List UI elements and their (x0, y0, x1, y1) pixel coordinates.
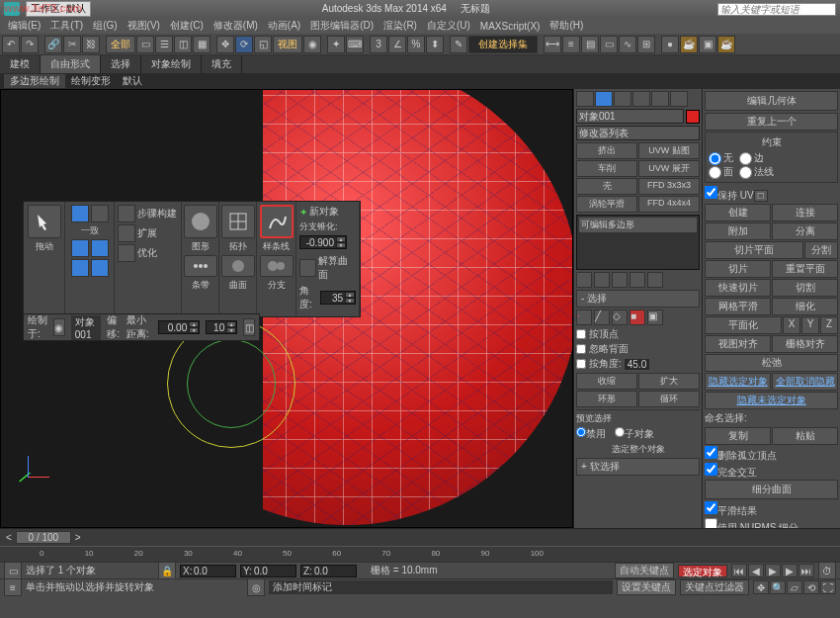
menu-graph[interactable]: 图形编辑器(D) (306, 19, 378, 33)
delete-iso-check[interactable] (705, 446, 717, 459)
script-listener-button[interactable]: ▭ (4, 562, 22, 579)
collapse-button[interactable]: 连接 (772, 204, 838, 221)
curve-editor-button[interactable]: ∿ (619, 36, 636, 53)
angle-spinner[interactable]: ▲▼ (320, 291, 356, 305)
subobj-edge[interactable]: ╱ (594, 309, 610, 325)
create-button[interactable]: 创建 (705, 204, 771, 221)
solve-surface-button[interactable] (299, 259, 316, 277)
tab-freeform[interactable]: 自由形式 (41, 55, 101, 73)
surface-button[interactable] (221, 255, 255, 277)
select-name-button[interactable]: ☰ (155, 36, 173, 53)
conform-btn-1[interactable] (71, 205, 89, 222)
offset-spinner[interactable]: ▲▼ (158, 320, 200, 334)
cut-button[interactable]: 切割 (772, 279, 838, 297)
modifier-stack[interactable]: 可编辑多边形 (576, 215, 700, 270)
paste-sel-button[interactable]: 粘贴 (772, 427, 838, 445)
key-filters-button[interactable]: 关键点过滤器 (680, 579, 749, 595)
move-button[interactable]: ✥ (216, 36, 234, 53)
modifier-list-dropdown[interactable]: 修改器列表 (576, 126, 700, 140)
extend-button[interactable] (118, 224, 135, 242)
menu-help[interactable]: 帮助(H) (546, 19, 587, 33)
menu-modifiers[interactable]: 修改器(M) (210, 19, 262, 33)
topology-button[interactable] (221, 205, 255, 238)
time-slider-bar[interactable]: < 0 / 100 > (0, 528, 840, 546)
preview-sub-radio[interactable] (615, 427, 625, 437)
scale-button[interactable]: ◱ (254, 36, 272, 53)
set-key-button[interactable]: 设置关键点 (617, 579, 676, 595)
mod-extrude[interactable]: 挤出 (576, 142, 637, 159)
ribbon-toggle-button[interactable]: ▭ (600, 36, 618, 53)
rotate-button[interactable]: ⟳ (235, 36, 253, 53)
help-search-input[interactable] (717, 3, 836, 16)
viewport[interactable]: 拖动 一致 步骤构建 扩展 优化 图形 条带 拓扑 (0, 89, 573, 528)
splines-button[interactable] (260, 205, 294, 238)
maxscript-button[interactable]: ≡ (4, 578, 22, 596)
goto-start-button[interactable]: ⏮ (731, 564, 747, 577)
unhide-all-button[interactable]: 全部取消隐藏 (772, 373, 838, 391)
grow-button[interactable]: 扩大 (638, 373, 700, 390)
nav-pan-button[interactable]: ✥ (753, 580, 769, 594)
copy-sel-button[interactable]: 复制 (705, 427, 771, 445)
object-name-field[interactable]: 对象001 (576, 109, 684, 124)
mindist-spinner[interactable]: ▲▼ (206, 320, 237, 334)
object-color-swatch[interactable] (686, 110, 700, 124)
time-slider-handle[interactable]: 0 / 100 (16, 531, 71, 544)
nav-fov-button[interactable]: ▱ (787, 580, 802, 594)
subobj-element[interactable]: ▣ (647, 309, 663, 325)
next-frame-button[interactable]: ▶ (782, 564, 798, 577)
optimize-button[interactable] (118, 244, 135, 262)
tab-object-paint[interactable]: 对象绘制 (141, 55, 202, 73)
ring-button[interactable]: 环形 (576, 391, 637, 407)
select-button[interactable]: ▭ (136, 36, 154, 53)
split-button[interactable]: 分割 (804, 241, 838, 259)
menu-group[interactable]: 组(G) (89, 19, 121, 33)
render-setup-button[interactable]: ☕ (680, 36, 698, 53)
full-interactive-check[interactable] (705, 463, 717, 476)
conform-btn-4[interactable] (91, 239, 109, 257)
timeline-ruler[interactable]: 0102030405060708090100 (0, 546, 840, 562)
mod-turbosmooth[interactable]: 涡轮平滑 (576, 196, 637, 213)
isolate-button[interactable]: ◎ (247, 578, 265, 596)
relax-button[interactable]: 松弛 (705, 354, 838, 372)
time-config-button[interactable]: ⏱ (818, 562, 836, 579)
subobj-poly[interactable]: ■ (630, 309, 645, 325)
planar-x[interactable]: X (783, 316, 800, 334)
mod-ffd3[interactable]: FFD 3x3x3 (638, 178, 700, 195)
nav-zoom-button[interactable]: 🔍 (770, 580, 786, 594)
stack-unique-button[interactable] (612, 272, 628, 288)
stack-remove-button[interactable] (630, 272, 645, 288)
repeat-last-button[interactable]: 重复上一个 (705, 113, 838, 131)
mod-unwrap[interactable]: UVW 展开 (638, 160, 700, 177)
subobj-vertex[interactable]: · (576, 309, 592, 325)
tessellate-button[interactable]: 细化 (772, 298, 838, 315)
cmd-tab-motion[interactable] (632, 91, 650, 107)
stack-show-button[interactable] (594, 272, 610, 288)
conform-btn-3[interactable] (71, 239, 89, 257)
keyboard-button[interactable]: ⌨ (346, 36, 364, 53)
hide-selected-button[interactable]: 隐藏选定对象 (705, 373, 771, 391)
ref-coord-dropdown[interactable]: 视图 (273, 36, 302, 53)
slice-plane-button[interactable]: 切片平面 (705, 241, 803, 259)
menu-animation[interactable]: 动画(A) (264, 19, 304, 33)
mod-lathe[interactable]: 车削 (576, 160, 637, 177)
preserve-uv-check[interactable] (705, 186, 717, 199)
auto-key-button[interactable]: 自动关键点 (615, 563, 674, 578)
shapes-button[interactable] (184, 205, 217, 238)
conform-btn-2[interactable] (91, 205, 109, 222)
menu-views[interactable]: 视图(V) (124, 19, 164, 33)
prev-frame-button[interactable]: ◀ (748, 564, 764, 577)
ignore-backfacing-check[interactable] (576, 344, 586, 354)
tab-selection[interactable]: 选择 (101, 55, 141, 73)
planar-z[interactable]: Z (820, 316, 838, 334)
undo-button[interactable]: ↶ (2, 36, 20, 53)
subtab-polydraw[interactable]: 多边形绘制 (4, 74, 65, 88)
menu-create[interactable]: 创建(C) (166, 19, 208, 33)
unlink-button[interactable]: ✂ (63, 36, 81, 53)
soft-select-rollout[interactable]: + 软选择 (576, 458, 700, 476)
named-sel-button[interactable]: ✎ (450, 36, 467, 53)
subobj-border[interactable]: ◇ (612, 309, 628, 325)
link-button[interactable]: 🔗 (44, 36, 62, 53)
loop-button[interactable]: 循环 (638, 391, 700, 407)
coord-z[interactable]: Z: (300, 565, 357, 577)
cmd-tab-display[interactable] (651, 91, 669, 107)
